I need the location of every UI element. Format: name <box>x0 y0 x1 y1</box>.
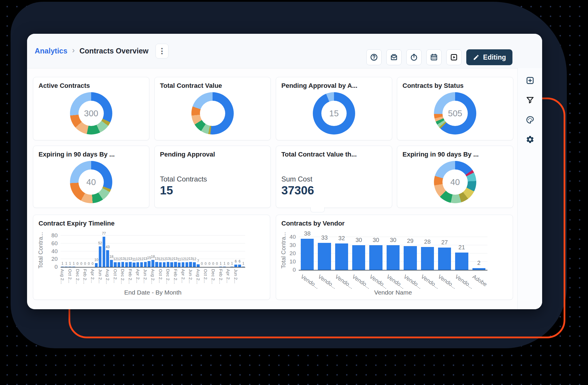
x-tick-label: Feb 2... <box>218 269 223 288</box>
donut-total: 15 <box>313 92 355 135</box>
bar[interactable] <box>163 262 166 267</box>
x-tick-label: Vendo... <box>454 273 475 290</box>
bar[interactable] <box>136 262 139 267</box>
bar[interactable] <box>61 267 64 267</box>
bar-value-label: 27 <box>438 239 451 246</box>
bar[interactable] <box>121 262 124 267</box>
bar-value-label: 30 <box>352 237 365 243</box>
editing-button-label: Editing <box>483 53 506 61</box>
bar[interactable] <box>242 267 245 267</box>
chart-title: Contract Expiry Timeline <box>39 220 115 227</box>
bar[interactable] <box>223 267 226 267</box>
bar[interactable] <box>65 267 67 267</box>
bar[interactable] <box>174 262 177 267</box>
bar[interactable] <box>301 239 314 270</box>
x-tick-label: Jun 2... <box>188 269 193 288</box>
bar[interactable] <box>230 267 233 267</box>
bar[interactable] <box>99 246 101 267</box>
page-menu-button[interactable]: ⋮ <box>156 44 168 58</box>
bar[interactable] <box>421 247 434 270</box>
editing-button[interactable]: Editing <box>466 49 512 65</box>
bar-value-label: 28 <box>421 238 434 245</box>
bar[interactable] <box>404 246 417 270</box>
bar[interactable] <box>133 263 135 267</box>
bar[interactable] <box>148 261 150 267</box>
contracts-by-status-card: Contracts by Status 505 <box>397 77 513 140</box>
x-tick-label: Vendo... <box>351 273 372 290</box>
bar[interactable] <box>140 262 143 267</box>
bar[interactable] <box>159 262 162 267</box>
schedule-button[interactable] <box>426 49 442 65</box>
gear-icon <box>526 135 534 144</box>
bar[interactable] <box>472 268 485 270</box>
inbox-button[interactable] <box>386 49 402 65</box>
upload-icon <box>410 53 418 61</box>
bar[interactable] <box>455 253 468 270</box>
donut-chart[interactable]: 40 <box>70 161 112 203</box>
kpi-metric-label: Total Contracts <box>160 175 207 183</box>
gridline <box>61 243 245 243</box>
x-tick-label: Vendo... <box>420 273 440 290</box>
bar[interactable] <box>118 262 120 267</box>
donut-chart[interactable]: 40 <box>434 161 476 203</box>
bar[interactable] <box>438 248 451 270</box>
card-title: Total Contract Value th... <box>281 151 357 158</box>
x-tick-label: Vendo... <box>385 273 406 290</box>
x-tick-label: Dec 2... <box>75 269 80 288</box>
help-icon <box>370 53 378 61</box>
card-title: Total Contract Value <box>160 82 222 90</box>
donut-chart[interactable]: 505 <box>434 92 476 135</box>
bar[interactable] <box>335 243 348 270</box>
x-tick-label: Feb 2... <box>173 269 178 288</box>
bar[interactable] <box>125 262 128 267</box>
breadcrumb-analytics-link[interactable]: Analytics <box>35 47 67 55</box>
bar[interactable] <box>114 262 116 267</box>
y-tick-label: 10 <box>284 258 296 265</box>
bar[interactable] <box>352 245 365 270</box>
donut-chart[interactable]: 300 <box>70 92 112 135</box>
bar[interactable] <box>186 262 188 267</box>
filter-button[interactable] <box>525 95 535 105</box>
card-title: Expiring in 90 days By ... <box>402 151 479 158</box>
donut-chart[interactable] <box>191 92 234 135</box>
contract-expiry-timeline-card: Contract Expiry Timeline Total Contra...… <box>33 215 270 300</box>
bar[interactable] <box>103 237 105 267</box>
x-axis-label: Vendor Name <box>299 289 487 296</box>
present-button[interactable] <box>446 49 462 65</box>
export-button[interactable] <box>406 49 422 65</box>
bar-value-label: 2 <box>472 260 485 266</box>
settings-button[interactable] <box>525 135 535 144</box>
help-button[interactable] <box>366 49 382 65</box>
bar[interactable] <box>144 262 147 267</box>
bar[interactable] <box>369 245 382 270</box>
donut-chart[interactable]: 15 <box>313 92 355 135</box>
bar[interactable] <box>387 245 400 270</box>
x-tick-label: Vendo... <box>317 273 337 290</box>
bar[interactable] <box>69 267 71 267</box>
bar-value-label: 1 <box>237 261 250 265</box>
kpi-metric-label: Sum Cost <box>281 175 312 183</box>
expiring-90-days-card-2: Expiring in 90 days By ... 40 <box>397 146 513 208</box>
bar[interactable] <box>129 262 131 267</box>
bar[interactable] <box>182 262 184 267</box>
bar[interactable] <box>170 262 173 267</box>
y-tick-label: 40 <box>284 234 296 240</box>
add-widget-button[interactable] <box>525 75 535 85</box>
chart-title: Contracts by Vendor <box>281 220 345 227</box>
x-tick-label: Apr 2... <box>181 269 186 288</box>
bar[interactable] <box>95 263 98 267</box>
x-tick-label: Oct 2... <box>68 269 73 288</box>
bar[interactable] <box>155 262 158 267</box>
donut-total: 300 <box>70 92 112 135</box>
bar[interactable] <box>219 267 222 267</box>
theme-button[interactable] <box>525 115 535 125</box>
bar-value-label: 32 <box>335 235 348 242</box>
bar[interactable] <box>178 263 181 267</box>
palette-icon <box>526 115 534 124</box>
bar[interactable] <box>72 267 75 267</box>
bar[interactable] <box>318 243 331 270</box>
donut-total: 40 <box>434 161 476 203</box>
card-title: Expiring in 90 days By ... <box>39 151 115 158</box>
bar[interactable] <box>167 262 169 267</box>
inbox-mail-icon <box>390 53 398 61</box>
